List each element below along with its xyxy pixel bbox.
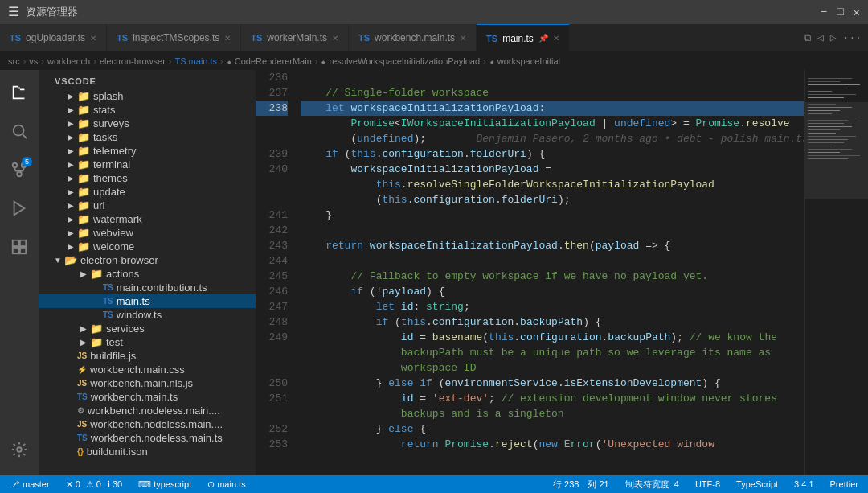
sidebar-item-update[interactable]: ▶ 📁 update: [39, 185, 256, 199]
status-errors[interactable]: ✕ 0 ⚠ 0 ℹ 30: [63, 479, 126, 490]
source-control-badge: 5: [22, 157, 32, 166]
sidebar-item-stats[interactable]: ▶ 📁 stats: [39, 103, 256, 117]
sidebar-item-test[interactable]: ▶ 📁 test: [39, 335, 256, 349]
status-version[interactable]: 3.4.1: [791, 479, 817, 491]
code-editor[interactable]: 236 237 238 239 240 241 242 243 244 245: [256, 70, 868, 475]
pin-icon[interactable]: 📌: [538, 34, 548, 43]
tab-inspecttmscopes[interactable]: TS inspectTMScopes.ts ✕: [107, 24, 241, 51]
tab-close-icon[interactable]: ✕: [224, 34, 231, 43]
activity-debug[interactable]: [0, 189, 39, 228]
expand-icon: ▶: [64, 174, 77, 183]
sidebar-item-tasks[interactable]: ▶ 📁 tasks: [39, 130, 256, 144]
split-editor-icon[interactable]: ⧉: [804, 32, 811, 44]
breadcrumb-src[interactable]: src: [8, 56, 20, 66]
tab-close-icon[interactable]: ✕: [460, 34, 466, 43]
sidebar-item-actions[interactable]: ▶ 📁 actions: [39, 267, 256, 281]
line-238: let workspaceInitializationPayload:: [301, 101, 804, 116]
expand-icon: ▶: [77, 269, 90, 278]
breadcrumb-electron-browser[interactable]: electron-browser: [100, 56, 166, 66]
breadcrumb-workspace[interactable]: ⬥ workspaceInitial: [489, 56, 560, 66]
activity-explorer[interactable]: [0, 73, 39, 112]
svg-rect-16: [808, 94, 856, 95]
line-241: }: [301, 207, 804, 223]
status-file[interactable]: ⊙ main.ts: [204, 479, 248, 490]
status-encoding[interactable]: UTF-8: [692, 479, 723, 491]
svg-rect-17: [808, 97, 844, 98]
sidebar-item-main-ts[interactable]: TS main.ts: [39, 294, 256, 308]
folder-open-icon: 📂: [64, 254, 77, 266]
svg-rect-15: [808, 91, 832, 92]
close-button[interactable]: ✕: [854, 6, 860, 19]
tab-main[interactable]: TS main.ts 📌 ✕: [477, 24, 570, 51]
tab-workermain[interactable]: TS workerMain.ts ✕: [241, 24, 349, 51]
sidebar-item-surveys[interactable]: ▶ 📁 surveys: [39, 117, 256, 130]
sidebar-item-url[interactable]: ▶ 📁 url: [39, 199, 256, 212]
status-tab-size[interactable]: 制表符宽度: 4: [622, 479, 682, 491]
breadcrumb-coderendermain[interactable]: ⬥ CodeRendererMain: [227, 56, 312, 66]
tab-workbenchmain[interactable]: TS workbench.main.ts ✕: [349, 24, 477, 51]
ts-file-icon: TS: [103, 283, 113, 292]
tab-label: inspectTMScopes.ts: [133, 32, 219, 43]
expand-icon: ▶: [77, 338, 90, 347]
status-line-col[interactable]: 行 238，列 21: [550, 479, 612, 491]
ts-icon: TS: [486, 34, 497, 43]
sidebar-item-workbench-nodeless-2[interactable]: JS workbench.nodeless.main....: [39, 417, 256, 431]
sidebar-item-terminal[interactable]: ▶ 📁 terminal: [39, 158, 256, 171]
svg-line-1: [23, 134, 27, 138]
sidebar-item-splash[interactable]: ▶ 📁 splash: [39, 89, 256, 103]
breadcrumb-main-ts[interactable]: TS main.ts: [174, 56, 217, 66]
sidebar-item-workbench-nls-js[interactable]: JS workbench.main.nls.js: [39, 376, 256, 390]
line-251-cont1: backups and is a singleton: [301, 406, 804, 421]
sidebar-item-workbench-css[interactable]: ⚡ workbench.main.css: [39, 363, 256, 376]
status-branch[interactable]: ⎇ master: [6, 479, 53, 490]
folder-icon: 📁: [90, 268, 103, 280]
sidebar-item-themes[interactable]: ▶ 📁 themes: [39, 171, 256, 185]
tab-close-icon[interactable]: ✕: [553, 34, 559, 43]
activity-extensions[interactable]: [0, 228, 39, 266]
sidebar-item-main-contribution[interactable]: TS main.contribution.ts: [39, 281, 256, 294]
svg-point-10: [17, 447, 22, 452]
folder-icon: 📁: [77, 104, 90, 116]
sidebar-item-telemetry[interactable]: ▶ 📁 telemetry: [39, 144, 256, 158]
breadcrumb-workbench[interactable]: workbench: [47, 56, 90, 66]
sidebar-item-workbench-nodeless-1[interactable]: ⚙ workbench.nodeless.main....: [39, 404, 256, 417]
status-language[interactable]: TypeScript: [733, 479, 781, 491]
svg-point-2: [13, 163, 18, 168]
breadcrumb-vs[interactable]: vs: [29, 56, 38, 66]
tab-bar: TS ogUploader.ts ✕ TS inspectTMScopes.ts…: [0, 24, 868, 52]
ts-file-icon: TS: [103, 297, 113, 306]
sidebar-item-services[interactable]: ▶ 📁 services: [39, 322, 256, 335]
activity-settings[interactable]: [0, 430, 39, 469]
svg-marker-5: [14, 202, 25, 216]
navigate-back-icon[interactable]: ▷: [830, 31, 837, 44]
maximize-button[interactable]: □: [837, 6, 843, 19]
sidebar-item-electron-browser[interactable]: ▼ 📂 electron-browser: [39, 253, 256, 267]
breadcrumb-resolve[interactable]: ⬥ resolveWorkspaceInitializationPayload: [321, 56, 480, 66]
tab-close-icon[interactable]: ✕: [332, 34, 338, 43]
status-formatter[interactable]: Prettier: [827, 479, 862, 491]
tab-close-icon[interactable]: ✕: [90, 34, 96, 43]
folder-icon: 📁: [77, 117, 90, 129]
menu-icon[interactable]: ☰: [8, 4, 19, 20]
sidebar-item-welcome[interactable]: ▶ 📁 welcome: [39, 240, 256, 253]
minimize-button[interactable]: −: [821, 6, 827, 19]
status-bar: ⎇ master ✕ 0 ⚠ 0 ℹ 30 ⌨ typescript ⊙ mai…: [0, 475, 868, 493]
code-lines[interactable]: // Single-folder workspace let workspace…: [294, 70, 804, 475]
sidebar-item-buildfile[interactable]: JS buildfile.js: [39, 349, 256, 363]
more-tabs-icon[interactable]: ◁: [817, 31, 824, 44]
sidebar-item-workbench-main-ts[interactable]: TS workbench.main.ts: [39, 390, 256, 404]
activity-search[interactable]: [0, 112, 39, 150]
activity-source-control[interactable]: 5: [0, 150, 39, 189]
sidebar-item-window-ts[interactable]: TS window.ts: [39, 308, 256, 322]
sidebar-item-watermark[interactable]: ▶ 📁 watermark: [39, 212, 256, 226]
sidebar-item-buildunit-json[interactable]: {} buildunit.ison: [39, 445, 256, 458]
tab-loguploader[interactable]: TS ogUploader.ts ✕: [0, 24, 107, 51]
more-actions-icon[interactable]: ···: [843, 32, 862, 44]
sidebar-item-workbench-nodeless-ts[interactable]: TS workbench.nodeless.main.ts: [39, 431, 256, 445]
line-246: if (!payload) {: [301, 284, 804, 299]
sidebar-item-webview[interactable]: ▶ 📁 webview: [39, 226, 256, 240]
ts-icon: TS: [358, 33, 370, 43]
expand-icon: ▶: [64, 187, 77, 196]
file-status-icon: ⊙: [207, 479, 215, 490]
status-typescript[interactable]: ⌨ typescript: [135, 479, 194, 490]
